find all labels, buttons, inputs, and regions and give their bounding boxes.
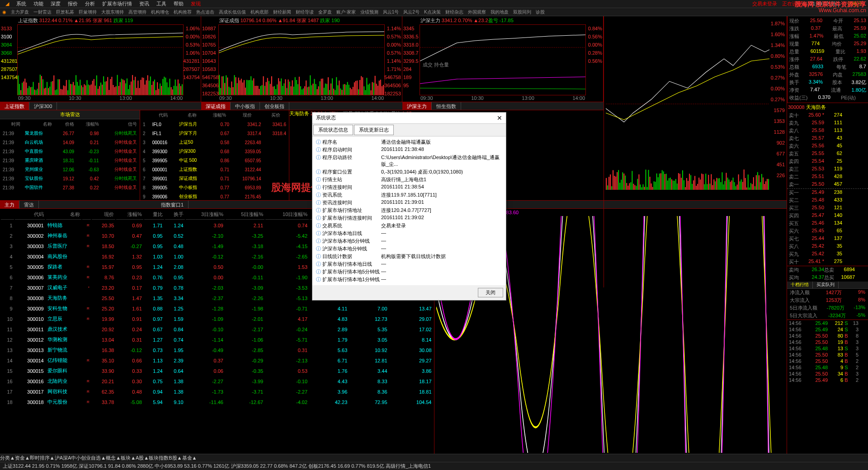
- category-tab[interactable]: 沪A: [55, 455, 63, 461]
- tab-sh[interactable]: 上证指数: [0, 102, 29, 110]
- toolbar-item[interactable]: 机构推荐: [171, 9, 194, 14]
- svg-rect-76: [121, 79, 122, 95]
- radar-row[interactable]: 21:39聚龙股份26.770.98分时线死叉: [1, 129, 139, 137]
- radar-row[interactable]: 21:39兖州煤业12.06-0.63分时线金叉: [1, 165, 139, 174]
- toolbar-item[interactable]: 巨景私募: [54, 9, 76, 14]
- menu-item[interactable]: 资讯: [136, 1, 153, 6]
- category-tab[interactable]: 板块▲: [121, 455, 136, 461]
- menu-item[interactable]: 深度: [47, 1, 64, 6]
- index-row[interactable]: 7399001深证成指0.7110796.14: [141, 174, 288, 183]
- dialog-tab-info[interactable]: 系统状态信息: [313, 125, 353, 135]
- toolbar-item[interactable]: 风云1号: [381, 9, 401, 14]
- table-row[interactable]: 14300014亿纬锂能R35.100.661.132.390.37-0.29-…: [1, 356, 433, 365]
- svg-rect-49: [84, 84, 85, 95]
- toolbar-item[interactable]: 业绩预测: [358, 9, 381, 14]
- category-tab[interactable]: 资金▲: [15, 455, 30, 461]
- stock-main-chart[interactable]: 1.87%1.60%1.34%0.80%0.53%0.27%0.00%0.27%…: [604, 16, 787, 287]
- tab-zxb[interactable]: 中小板指: [231, 102, 260, 110]
- toolbar-item[interactable]: 账户·家家: [334, 9, 358, 14]
- radar-row[interactable]: 21:39重庆啤酒18.31-0.11分时线金叉: [1, 156, 139, 164]
- table-row[interactable]: 9300009安科生物R25.201.610.881.25-1.28-1.98-…: [1, 304, 433, 313]
- index-row[interactable]: 2IFL1沪深下月0.673317.43318.4: [141, 129, 288, 137]
- menu-item[interactable]: 功能: [30, 1, 47, 6]
- toolbar-item[interactable]: 高成长低估值: [217, 9, 248, 14]
- toolbar-item[interactable]: 大股东增持: [99, 9, 126, 14]
- svg-rect-47: [81, 85, 82, 95]
- category-tab[interactable]: 板块指数: [149, 455, 169, 461]
- radar-row[interactable]: 21:39中国软件27.380.22分时线金叉: [1, 183, 139, 192]
- toolbar-item[interactable]: 财经杂志: [443, 9, 466, 14]
- toolbar-item[interactable]: 双股同列: [511, 9, 533, 14]
- category-tab[interactable]: B股▲: [169, 455, 182, 461]
- toolbar-item[interactable]: K点决策: [422, 9, 443, 14]
- chart-sh-index[interactable]: 上证指数 3122.44 0.71% ▲21.95 张家 961 跌家 119 …: [0, 16, 201, 102]
- index-row[interactable]: 6000001上证指数0.713122.44: [141, 165, 288, 174]
- category-tab[interactable]: 创业: [81, 455, 91, 461]
- tab-hsmain[interactable]: 沪深主力: [402, 102, 432, 110]
- tab-hs300[interactable]: 沪深300: [29, 102, 57, 110]
- toolbar-item[interactable]: 诊股: [533, 9, 547, 14]
- tab-level10[interactable]: 十档行情: [787, 282, 813, 288]
- tab-hsi[interactable]: 恒生指数: [432, 102, 461, 110]
- radar-row[interactable]: 21:39中直股份43.09-0.23分时线金叉: [1, 147, 139, 155]
- index-row[interactable]: 5399905中证 5000.866507.95: [141, 156, 288, 164]
- dialog-tab-log[interactable]: 系统更新日志: [354, 125, 394, 135]
- category-tab[interactable]: A股▲: [136, 455, 149, 461]
- category-tab[interactable]: 中小: [71, 455, 81, 461]
- category-tab[interactable]: 基金▲: [182, 455, 197, 461]
- radar-row[interactable]: 21:39白云机场14.090.21分时线金叉: [1, 138, 139, 146]
- menu-item[interactable]: 报价: [64, 1, 81, 6]
- tab-idxwin[interactable]: 指数窗口1: [156, 201, 189, 208]
- menu-item[interactable]: 帮助: [170, 1, 187, 6]
- table-row[interactable]: 11300011鼎汉技术20.920.240.670.84-0.10-2.17-…: [1, 324, 433, 334]
- toolbar-item[interactable]: 一财雷达: [31, 9, 54, 14]
- toolbar-item[interactable]: 热点追击: [194, 9, 217, 14]
- table-row[interactable]: 18300018中元股份R33.78-5.085.949.10-11.46-12…: [1, 397, 433, 407]
- category-tab[interactable]: 即时排序▲: [30, 455, 55, 461]
- menu-discover[interactable]: 发现: [187, 0, 204, 7]
- close-icon[interactable]: ✕: [497, 114, 502, 122]
- table-row[interactable]: 10300010立思辰R19.990.910.971.59-1.09-2.014…: [1, 314, 433, 324]
- table-row[interactable]: 16300016北陆药业R20.210.300.751.38-2.27-3.99…: [1, 376, 433, 386]
- toolbar-item[interactable]: 主力罗盘: [9, 9, 31, 14]
- category-tab[interactable]: 分类▲: [0, 455, 15, 461]
- index-row[interactable]: 1IFL0沪深当月0.703341.23341.6: [141, 120, 288, 128]
- svg-rect-92: [143, 78, 144, 95]
- index-row[interactable]: 4399300沪深3000.683359.05: [141, 147, 288, 155]
- toolbar-icon: ◉: [0, 9, 9, 14]
- table-row[interactable]: 17300017网宿科技R62.350.480.941.38-1.73-3.71…: [1, 387, 433, 396]
- menu-item[interactable]: 工具: [153, 1, 170, 6]
- menu-item[interactable]: 系统: [13, 1, 30, 6]
- toolbar-item[interactable]: 高管增持: [126, 9, 149, 14]
- index-row[interactable]: 8399005中小板指0.776953.89: [141, 183, 288, 192]
- toolbar-item[interactable]: 巨量增持: [76, 9, 99, 14]
- toolbar-item[interactable]: 机构底部: [248, 9, 271, 14]
- category-tab[interactable]: 概念▲: [106, 455, 121, 461]
- close-button[interactable]: 关闭: [478, 288, 503, 297]
- tab-cyb[interactable]: 创业板指: [260, 102, 289, 110]
- category-tab[interactable]: 自选▲: [91, 455, 106, 461]
- category-tab[interactable]: 深A: [63, 455, 71, 461]
- menu-item[interactable]: 扩展市场行情: [99, 1, 136, 6]
- tab-sz[interactable]: 深证成指: [201, 102, 231, 110]
- tab-main[interactable]: 主力: [0, 201, 19, 208]
- index-row[interactable]: 3000016上证500.582263.48: [141, 138, 288, 146]
- menu-item[interactable]: 分析: [81, 1, 99, 6]
- toolbar-item[interactable]: 我的地盘: [488, 9, 511, 14]
- tab-radar2[interactable]: 雷达: [19, 201, 39, 208]
- toolbar-item[interactable]: 财经导读: [293, 9, 316, 14]
- radar-row[interactable]: 21:39宝钛股份19.120.42分时线死叉: [1, 174, 139, 183]
- tab-queue[interactable]: 买卖队列: [813, 282, 839, 288]
- table-row[interactable]: 13300013新宁物流16.38-0.120.731.95-0.49-2.85…: [1, 345, 433, 355]
- index-row[interactable]: 9399006创业板指0.772176.45: [141, 193, 288, 201]
- chart-hs-main[interactable]: 沪深主力 3341.2 0.70% ▲23.2 盈亏 -17.85 334533…: [402, 16, 604, 102]
- chart-sz-index[interactable]: 深证成指 10796.14 0.86% ▲91.84 张家 1487 跌家 19…: [201, 16, 402, 102]
- table-row[interactable]: 15300015爱尔眼科33.900.331.240.640.06-0.350.…: [1, 366, 433, 376]
- toolbar-item[interactable]: 机构增仓: [149, 9, 171, 14]
- toolbar-item[interactable]: 财经新闻: [271, 9, 293, 14]
- toolbar-item[interactable]: 全罗盘: [316, 9, 334, 14]
- table-row[interactable]: 12300012华测检测13.040.311.270.74-1.14-1.06-…: [1, 335, 433, 344]
- toolbar-item[interactable]: 风云2号: [401, 9, 422, 14]
- toolbar-item[interactable]: 外国观察: [466, 9, 488, 14]
- svg-rect-246: [609, 177, 609, 190]
